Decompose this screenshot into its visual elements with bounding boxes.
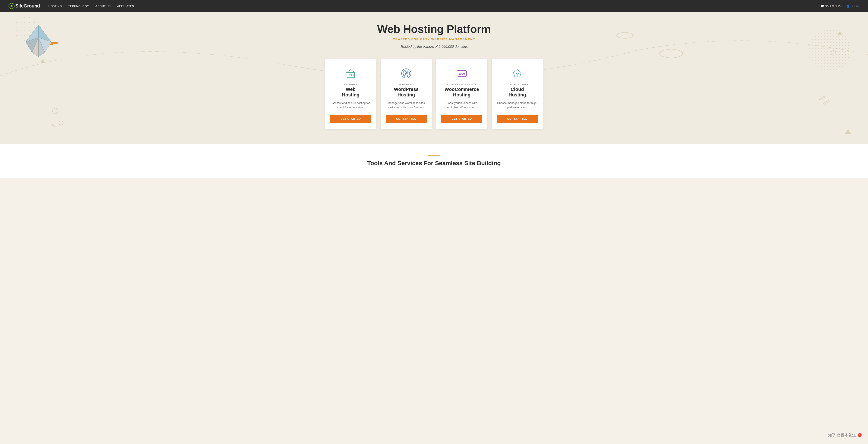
svg-marker-21	[514, 70, 521, 74]
geo-circle-2	[59, 121, 63, 126]
svg-marker-8	[50, 42, 60, 45]
card-cloud-hosting: AUTOSCALABLE CloudHosting Choose managed…	[492, 59, 543, 129]
svg-text:Woo: Woo	[459, 72, 465, 75]
card-web-hosting-desc: Get fast and secure hosting for small & …	[330, 101, 371, 110]
sales-chat-link[interactable]: 💬 SALES CHAT	[820, 4, 842, 8]
nav-affiliates[interactable]: AFFILIATES	[117, 4, 134, 8]
card-web-hosting: RELIABLE WebHosting Get fast and secure …	[325, 59, 376, 129]
chat-icon: 💬	[820, 4, 824, 8]
card-woo-title: WooCommerceHosting	[445, 87, 479, 98]
hero-section: Web Hosting Platform CRAFTED FOR EASY WE…	[0, 12, 868, 144]
nav-hosting[interactable]: HOSTING	[49, 4, 62, 8]
card-woo-desc: Boost your business with optimized Woo h…	[441, 101, 482, 110]
logo-text: SiteGround	[16, 3, 40, 9]
geo-circle-3	[831, 50, 836, 56]
card-wp-title: WordPressHosting	[394, 87, 418, 98]
wordpress-get-started-button[interactable]: GET STARTED	[386, 115, 427, 123]
cloud-get-started-button[interactable]: GET STARTED	[497, 115, 538, 123]
svg-rect-13	[349, 75, 351, 78]
hero-tagline: Trusted by the owners of 2,000,000 domai…	[377, 45, 491, 49]
geo-circle-1	[52, 108, 58, 114]
geo-rect-1	[51, 124, 56, 127]
sales-chat-label: SALES CHAT	[825, 4, 842, 8]
hero-title: Web Hosting Platform	[377, 23, 491, 35]
site-logo[interactable]: SiteGround	[8, 3, 40, 9]
woocommerce-get-started-button[interactable]: GET STARTED	[441, 115, 482, 123]
card-cloud-label: AUTOSCALABLE	[506, 83, 529, 86]
origami-crane	[17, 19, 60, 61]
svg-rect-14	[351, 74, 353, 76]
web-hosting-get-started-button[interactable]: GET STARTED	[330, 115, 371, 123]
navbar-right: 💬 SALES CHAT 👤 LOGIN	[820, 4, 860, 8]
hero-subtitle: CRAFTED FOR EASY WEBSITE MANAGEMENT	[377, 38, 491, 41]
cards-container: RELIABLE WebHosting Get fast and secure …	[316, 59, 552, 142]
tools-divider	[428, 155, 440, 156]
card-woo-label: HIGH PERFORMANCE	[447, 83, 477, 86]
card-woocommerce-hosting: Woo HIGH PERFORMANCE WooCommerceHosting …	[436, 59, 487, 129]
card-wp-desc: Manage your WordPress sites easily and w…	[386, 101, 427, 110]
house-icon	[344, 67, 357, 80]
nav-links: HOSTING TECHNOLOGY ABOUT US AFFILIATES	[49, 4, 134, 8]
svg-line-23	[515, 74, 517, 77]
svg-point-1	[660, 49, 683, 58]
card-wordpress-hosting: W MANAGED WordPressHosting Manage your W…	[381, 59, 432, 129]
geo-triangle-3	[845, 129, 851, 134]
card-web-hosting-label: RELIABLE	[344, 83, 358, 86]
card-cloud-title: CloudHosting	[508, 87, 526, 98]
user-icon: 👤	[846, 4, 850, 8]
svg-line-24	[517, 74, 520, 77]
nav-technology[interactable]: TECHNOLOGY	[68, 4, 89, 8]
hero-content: Web Hosting Platform CRAFTED FOR EASY WE…	[373, 23, 495, 57]
wordpress-icon: W	[400, 67, 413, 80]
tools-title: Tools And Services For Seamless Site Bui…	[8, 160, 860, 167]
tools-section: Tools And Services For Seamless Site Bui…	[0, 144, 868, 178]
login-label: LOGIN	[851, 4, 860, 8]
svg-text:W: W	[404, 71, 408, 75]
logo-icon	[8, 3, 14, 9]
navbar: SiteGround HOSTING TECHNOLOGY ABOUT US A…	[0, 0, 868, 12]
card-wp-label: MANAGED	[399, 83, 413, 86]
geo-rect-3	[823, 100, 830, 105]
card-cloud-desc: Choose managed cloud for high-performing…	[497, 101, 538, 110]
nav-about-us[interactable]: ABOUT US	[95, 4, 111, 8]
deco-dots-right	[808, 29, 851, 72]
navbar-left: SiteGround HOSTING TECHNOLOGY ABOUT US A…	[8, 3, 134, 9]
woocommerce-icon: Woo	[455, 67, 468, 80]
svg-point-0	[617, 32, 633, 38]
geo-rect-2	[819, 96, 825, 101]
login-link[interactable]: 👤 LOGIN	[846, 4, 860, 8]
cloud-icon	[511, 67, 524, 80]
card-web-hosting-title: WebHosting	[342, 87, 360, 98]
geo-triangle-2	[837, 31, 842, 35]
